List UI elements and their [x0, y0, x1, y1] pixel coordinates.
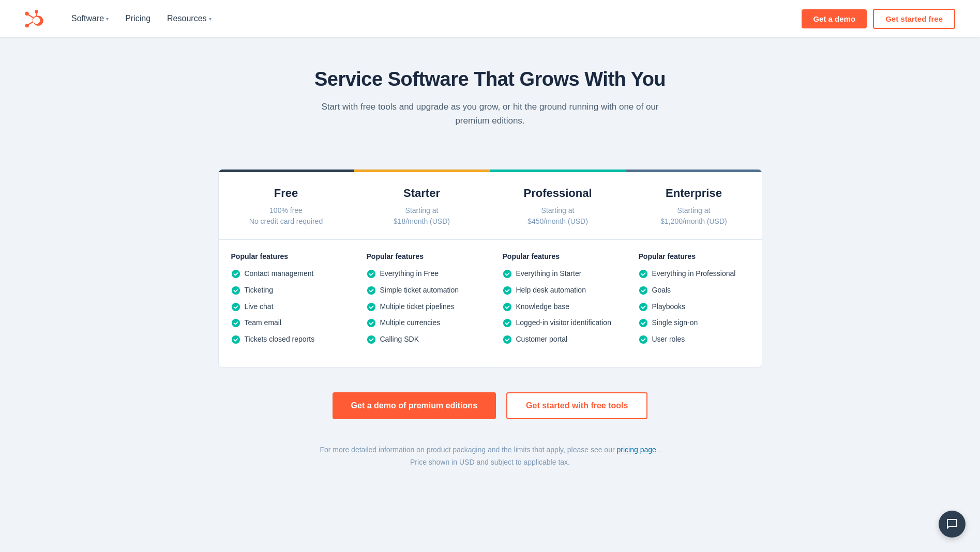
chevron-down-icon: ▾ [106, 16, 109, 22]
plan-card-starter: StarterStarting at$18/month (USD)Popular… [354, 169, 490, 367]
feature-item: Tickets closed reports [231, 334, 341, 345]
feature-item: Simple ticket automation [367, 285, 477, 296]
logo[interactable] [25, 9, 44, 28]
cta-demo-button[interactable]: Get a demo of premium editions [333, 392, 496, 419]
cta-free-button[interactable]: Get started with free tools [506, 392, 647, 419]
check-icon [367, 335, 376, 344]
plan-price-2: Starting at$450/month (USD) [503, 205, 613, 227]
svg-point-11 [503, 286, 511, 295]
feature-item: Everything in Professional [639, 269, 749, 279]
plan-card-enterprise: EnterpriseStarting at$1,200/month (USD)P… [626, 169, 762, 367]
feature-item: Customer portal [503, 334, 613, 345]
check-icon [639, 335, 648, 344]
svg-point-3 [231, 319, 239, 327]
check-icon [367, 269, 376, 279]
check-icon [503, 302, 512, 312]
feature-text: Everything in Professional [652, 269, 736, 279]
plan-features-2: Popular featuresEverything in StarterHel… [490, 240, 626, 367]
plan-features-0: Popular featuresContact managementTicket… [219, 240, 354, 367]
svg-point-12 [503, 302, 511, 311]
svg-point-14 [503, 335, 511, 344]
feature-text: Contact management [245, 269, 314, 279]
feature-text: Calling SDK [380, 334, 419, 345]
check-icon [231, 302, 240, 312]
check-icon [503, 335, 512, 344]
hero-subtitle: Start with free tools and upgrade as you… [314, 100, 666, 128]
plan-price-1: Starting at$18/month (USD) [367, 205, 477, 227]
feature-text: Goals [652, 285, 671, 296]
feature-item: Everything in Free [367, 269, 477, 279]
feature-item: Goals [639, 285, 749, 296]
cta-section: Get a demo of premium editions Get start… [0, 392, 980, 419]
plan-card-free: Free100% freeNo credit card requiredPopu… [218, 169, 354, 367]
features-label-0: Popular features [231, 252, 341, 260]
feature-item: Single sign-on [639, 318, 749, 328]
pricing-page-link[interactable]: pricing page [617, 446, 656, 454]
check-icon [367, 286, 376, 295]
nav-free-button[interactable]: Get started free [873, 9, 955, 29]
nav-pricing[interactable]: Pricing [119, 10, 157, 27]
svg-point-0 [231, 270, 239, 278]
svg-point-10 [503, 270, 511, 278]
feature-text: Ticketing [245, 285, 274, 296]
check-icon [639, 318, 648, 328]
plan-header-0: Free100% freeNo credit card required [219, 170, 354, 240]
feature-text: Team email [245, 318, 282, 328]
svg-point-19 [639, 335, 647, 344]
check-icon [367, 318, 376, 328]
svg-point-1 [231, 286, 239, 295]
nav-actions: Get a demo Get started free [802, 9, 955, 29]
feature-text: Everything in Free [380, 269, 439, 279]
check-icon [503, 318, 512, 328]
svg-point-8 [367, 319, 375, 327]
footer-note: For more detailed information on product… [0, 436, 980, 489]
pricing-grid: Free100% freeNo credit card requiredPopu… [206, 169, 775, 367]
features-label-3: Popular features [639, 252, 749, 260]
check-icon [231, 269, 240, 279]
feature-text: Multiple currencies [380, 318, 441, 328]
plan-features-3: Popular featuresEverything in Profession… [626, 240, 762, 367]
svg-point-6 [367, 286, 375, 295]
feature-item: Multiple currencies [367, 318, 477, 328]
hero-section: Service Software That Grows With You Sta… [0, 37, 980, 148]
plan-name-1: Starter [367, 187, 477, 200]
check-icon [503, 269, 512, 279]
feature-item: Contact management [231, 269, 341, 279]
nav-resources[interactable]: Resources ▾ [161, 10, 217, 27]
feature-item: Knowledge base [503, 302, 613, 312]
feature-text: Single sign-on [652, 318, 698, 328]
footer-tax: Price shown in USD and subject to applic… [12, 456, 968, 469]
chat-bubble[interactable] [939, 511, 966, 538]
feature-text: Customer portal [516, 334, 568, 345]
svg-point-17 [639, 302, 647, 311]
feature-text: User roles [652, 334, 685, 345]
feature-text: Live chat [245, 302, 274, 312]
check-icon [231, 335, 240, 344]
feature-text: Multiple ticket pipelines [380, 302, 455, 312]
feature-item: Calling SDK [367, 334, 477, 345]
plan-price-3: Starting at$1,200/month (USD) [639, 205, 749, 227]
feature-item: Team email [231, 318, 341, 328]
plan-card-professional: ProfessionalStarting at$450/month (USD)P… [490, 169, 626, 367]
feature-item: Logged-in visitor identification [503, 318, 613, 328]
navbar: Software ▾ Pricing Resources ▾ Get a dem… [0, 0, 980, 37]
check-icon [639, 269, 648, 279]
nav-software[interactable]: Software ▾ [65, 10, 115, 27]
plan-price-0: 100% freeNo credit card required [231, 205, 341, 227]
feature-text: Tickets closed reports [245, 334, 315, 345]
svg-point-18 [639, 319, 647, 327]
plan-features-1: Popular featuresEverything in FreeSimple… [354, 240, 490, 367]
features-label-1: Popular features [367, 252, 477, 260]
feature-text: Logged-in visitor identification [516, 318, 611, 328]
feature-item: Playbooks [639, 302, 749, 312]
nav-demo-button[interactable]: Get a demo [802, 9, 867, 28]
feature-text: Knowledge base [516, 302, 570, 312]
nav-links: Software ▾ Pricing Resources ▾ [65, 10, 802, 27]
plan-name-3: Enterprise [639, 187, 749, 200]
feature-text: Everything in Starter [516, 269, 582, 279]
plan-header-2: ProfessionalStarting at$450/month (USD) [490, 170, 626, 240]
plan-name-0: Free [231, 187, 341, 200]
feature-item: Live chat [231, 302, 341, 312]
svg-point-9 [367, 335, 375, 344]
plan-header-3: EnterpriseStarting at$1,200/month (USD) [626, 170, 762, 240]
